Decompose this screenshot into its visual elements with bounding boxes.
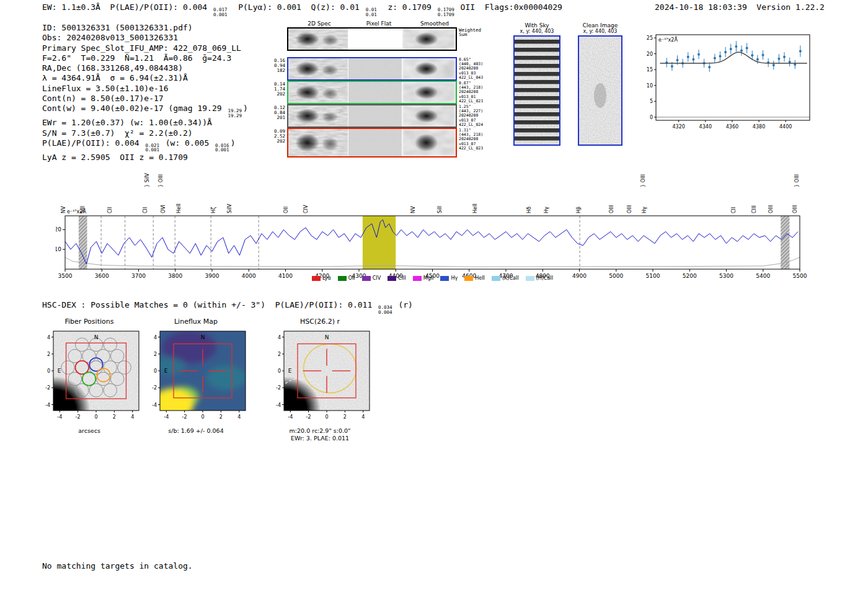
cutout-row-left-labels: 0.141.74202 (273, 81, 285, 97)
emission-line-label: OII (283, 207, 289, 213)
svg-text:20: 20 (56, 226, 61, 233)
emission-line-label: NV (61, 206, 66, 213)
detection-highlight-band (363, 216, 396, 269)
svg-text:2: 2 (219, 414, 223, 420)
emission-line-label: CII (731, 207, 737, 213)
stacked-uncertainty: 0.0160.001 (215, 143, 229, 153)
legend-item: OII (338, 275, 355, 281)
emission-line-label: Hζ (211, 207, 216, 213)
emission-line-label: OIII (792, 205, 798, 213)
svg-text:0: 0 (278, 368, 281, 374)
emission-line-label: } SiIV (144, 173, 150, 187)
hsc-image-title: HSC(26.2) r (267, 318, 373, 326)
cutout-row-right-labels: 0.87"(443, 218)20240208v013_01422_LL_023 (459, 81, 496, 104)
with-sky-panel: With Sky x, y: 440, 403 (508, 22, 565, 148)
legend-item: MgII (413, 275, 434, 281)
emission-line-label: SiII (80, 206, 86, 213)
emission-line-label: HeII (176, 203, 182, 213)
stacked-uncertainty: 0.0170.001 (213, 7, 228, 17)
info-line: P(LAE)/P(OII): 0.004 0.0210.001 (w: 0.00… (42, 138, 248, 153)
svg-text:4: 4 (154, 335, 157, 340)
emission-line-label: OIII (609, 205, 614, 213)
svg-text:4360: 4360 (726, 124, 738, 130)
info-line: Primary Spec_Slot_IFU_AMP: 422_078_069_L… (42, 43, 248, 53)
cutout-row-right-labels: 0.65"(440, 403)20240208v013_03422_LL_043 (459, 57, 496, 80)
svg-text:0: 0 (201, 414, 204, 420)
svg-text:25: 25 (647, 35, 653, 41)
cutout-row: 0.160.941820.65"(440, 403)20240208v013_0… (273, 57, 496, 81)
emission-line-label: Hγ (544, 207, 549, 213)
sky-absorption-band (781, 216, 789, 269)
emission-line-label: } OIII (158, 174, 164, 187)
lineflux-caption: s/b: 1.69 +/- 0.064 (143, 427, 249, 434)
clean-image-box (578, 35, 622, 146)
with-sky-image-box (513, 35, 560, 146)
smoothed-image (402, 129, 456, 156)
hsc-image-svg: -4-4-2-2002244NE (267, 326, 373, 424)
spectrum-svg: 3500360037003800390040004100420043004400… (56, 162, 809, 282)
with-sky-coords: x, y: 440, 403 (508, 29, 565, 34)
hsc-caption-2: EWr: 3. PLAE: 0.011 (267, 435, 373, 442)
info-line: Cont(w) = 9.40(±0.02)e-17 (gmag 19.29 19… (42, 104, 248, 118)
data-point (735, 45, 737, 48)
data-point (692, 58, 694, 61)
legend-swatch (492, 276, 500, 281)
svg-text:20: 20 (647, 51, 653, 57)
elixer-report-page: EW: 1.1±0.3Å P(LAE)/P(OII): 0.004 0.0170… (0, 0, 868, 591)
data-point (762, 54, 764, 56)
svg-text:2: 2 (278, 352, 281, 357)
svg-text:4: 4 (47, 335, 50, 340)
col-header-smoothed: Smoothed (413, 20, 456, 27)
emission-line-label: CII (143, 207, 148, 213)
svg-text:-2: -2 (152, 385, 157, 391)
fiber-positions-svg: -4-4-2-2002244NE (36, 326, 143, 424)
info-line: S/N = 7.3(±0.7) χ² = 2.2(±0.2) (42, 128, 248, 138)
svg-text:10: 10 (56, 246, 61, 252)
svg-text:2: 2 (113, 414, 116, 420)
cutout-row: 0.092.522021.31"(443, 218)20240208v013_0… (273, 128, 496, 158)
svg-text:4: 4 (237, 414, 241, 420)
smoothed-image (402, 82, 456, 103)
data-point (671, 65, 673, 68)
cutout-row-left-labels: 0.092.52202 (273, 128, 285, 144)
legend-swatch (464, 276, 473, 281)
smoothed-image (402, 29, 456, 50)
legend-swatch (526, 276, 534, 281)
lineflux-map-panel: Lineflux Map -4-4-2-2002244NE s/b: 1.69 … (143, 318, 249, 434)
emission-line-label: SiIV (227, 203, 232, 213)
svg-text:0: 0 (325, 414, 328, 420)
data-point (676, 59, 679, 61)
emission-line-label: } OIII (640, 174, 646, 187)
legend-item: Lyα (312, 275, 331, 281)
clean-image-title: Clean Image (574, 22, 627, 29)
east-label: E (288, 368, 292, 374)
legend-item: HeII (464, 275, 485, 281)
svg-text:0: 0 (47, 368, 50, 374)
clean-image-coords: x, y: 440, 403 (574, 29, 627, 34)
legend-swatch (312, 276, 321, 281)
emission-line-label: SiII (437, 206, 443, 213)
pixel-flat-image (348, 129, 402, 156)
weighted-sum-label: WeightedSum (459, 27, 496, 37)
data-point (687, 56, 689, 58)
svg-text:-2: -2 (276, 385, 281, 391)
footer-notes: No matching targets in catalog. Row inte… (42, 542, 193, 591)
full-spectrum-plot: 3500360037003800390040004100420043004400… (56, 162, 809, 284)
data-point (751, 54, 753, 56)
2d-spec-image (288, 82, 348, 103)
fiber-positions-panel: Fiber Positions -4-4-2-2002244NE arcsecs (36, 318, 143, 434)
weighted-sum-row: WeightedSum (273, 27, 496, 51)
svg-text:-4: -4 (164, 414, 169, 420)
svg-text:-2: -2 (76, 414, 81, 420)
svg-text:4340: 4340 (699, 124, 712, 130)
fit-units-label: e⁻¹⁷x2Å (658, 36, 678, 43)
data-point (799, 50, 802, 53)
col-header-pixel-flat: Pixel Flat (357, 20, 401, 27)
info-line: ID: 5001326331 (5001326331.pdf) (42, 23, 248, 33)
with-sky-title: With Sky (508, 22, 565, 29)
data-point (724, 51, 727, 53)
2d-spec-image (288, 29, 348, 50)
legend-swatch (338, 276, 347, 281)
hsc-image-panel: HSC(26.2) r -4-4-2-2002244NE m:20.0 rc:2… (267, 318, 373, 442)
svg-text:4400: 4400 (779, 124, 792, 130)
